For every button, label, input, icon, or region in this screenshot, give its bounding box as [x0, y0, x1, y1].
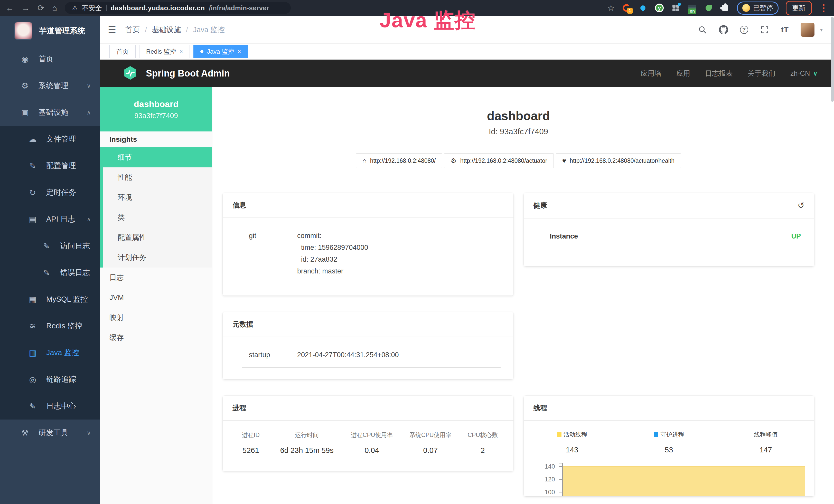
history-icon[interactable]: ↺ — [797, 201, 805, 210]
fullscreen-icon[interactable] — [760, 25, 769, 35]
database-icon: ▦ — [27, 295, 39, 304]
sidebar-item-file-manage[interactable]: ☁ 文件管理 — [0, 126, 100, 153]
extension-pin-icon[interactable] — [638, 3, 648, 13]
sba-item-metrics[interactable]: 性能 — [103, 167, 212, 187]
extension-grid-icon[interactable] — [671, 3, 680, 13]
sidebar-item-system[interactable]: ⚙ 系统管理 ∨ — [0, 72, 100, 99]
sidebar-item-java-monitor[interactable]: ▥ Java 监控 — [0, 339, 100, 366]
health-url-link[interactable]: ♥ http://192.168.0.2:48080/actuator/heal… — [556, 153, 681, 168]
card-title: 线程 — [524, 396, 814, 421]
breadcrumb-separator: / — [145, 26, 147, 34]
extension-colorzilla-icon[interactable]: 1 — [622, 3, 631, 13]
close-icon[interactable]: × — [179, 48, 183, 55]
forward-icon[interactable]: → — [22, 4, 30, 12]
active-dot-icon — [200, 50, 203, 53]
chevron-down-icon: ∨ — [87, 83, 91, 89]
sidebar-item-home[interactable]: ◉ 首页 — [0, 46, 100, 72]
sidebar-item-label: 基础设施 — [39, 107, 68, 118]
extension-puzzle-icon[interactable] — [721, 3, 730, 13]
sidebar-item-log-center[interactable]: ✎ 日志中心 — [0, 393, 100, 419]
bookmark-star-icon[interactable]: ☆ — [607, 4, 615, 12]
browser-menu-icon[interactable]: ⋮ — [819, 3, 828, 13]
back-icon[interactable]: ← — [6, 4, 14, 12]
sba-item-caches[interactable]: 缓存 — [100, 328, 212, 348]
brand-name: 芋道管理系统 — [39, 26, 85, 36]
tab-redis-monitor[interactable]: Redis 监控 × — [139, 45, 190, 58]
live-threads-area-series — [563, 466, 805, 496]
sidebar-item-config-manage[interactable]: ✎ 配置管理 — [0, 153, 100, 179]
sba-instance-header[interactable]: dashboard 93a3fc7f7409 — [100, 87, 212, 132]
sba-locale-select[interactable]: zh-CN ∨ — [790, 70, 817, 77]
sba-item-scheduled-tasks[interactable]: 计划任务 — [103, 248, 212, 268]
service-url-link[interactable]: ⌂ http://192.168.0.2:48080/ — [356, 153, 442, 168]
sba-nav-about[interactable]: 关于我们 — [748, 69, 775, 78]
sba-item-logs[interactable]: 日志 — [100, 268, 212, 288]
profile-paused-badge[interactable]: 已暂停 — [737, 2, 778, 15]
instance-links: ⌂ http://192.168.0.2:48080/ ⚙ http://192… — [223, 153, 814, 168]
sba-logo-icon[interactable] — [123, 66, 138, 82]
extension-counter-badge: 1 — [627, 8, 633, 14]
page-scrollbar[interactable] — [831, 16, 834, 504]
close-icon[interactable]: × — [238, 48, 241, 55]
search-icon[interactable] — [698, 25, 707, 35]
sba-item-config-props[interactable]: 配置属性 — [103, 228, 212, 248]
hamburger-icon[interactable]: ☰ — [108, 24, 116, 35]
health-status-badge: UP — [791, 230, 801, 242]
sba-item-mappings[interactable]: 映射 — [100, 307, 212, 328]
sidebar-item-tracing[interactable]: ◎ 链路追踪 — [0, 366, 100, 393]
sidebar-item-dev-tools[interactable]: ⚒ 研发工具 ∨ — [0, 419, 100, 446]
legend-yellow-swatch — [557, 432, 562, 437]
chevron-up-icon: ∧ — [87, 109, 91, 116]
user-avatar[interactable] — [800, 23, 814, 37]
info-line: time: 1596289704000 — [297, 242, 368, 253]
sba-item-classes[interactable]: 类 — [103, 207, 212, 228]
security-label[interactable]: 不安全 — [82, 4, 102, 13]
actuator-url-link[interactable]: ⚙ http://192.168.0.2:48080/actuator — [444, 153, 553, 168]
extension-y-icon[interactable]: y — [655, 3, 664, 13]
scrollbar-thumb[interactable] — [831, 17, 834, 102]
health-card: 健康 ↺ Instance UP — [524, 193, 814, 266]
tab-home[interactable]: 首页 — [109, 45, 136, 58]
update-button[interactable]: 更新 — [786, 1, 812, 16]
tab-java-monitor[interactable]: Java 监控 × — [193, 45, 248, 58]
sidebar-item-error-log[interactable]: ✎ 错误日志 — [0, 259, 100, 286]
sba-nav-journal[interactable]: 日志报表 — [705, 69, 733, 78]
health-instance-label: Instance — [550, 230, 578, 242]
sidebar-item-infra[interactable]: ▣ 基础设施 ∧ — [0, 99, 100, 126]
github-icon[interactable] — [719, 25, 728, 35]
sba-main: dashboard Id: 93a3fc7f7409 ⌂ http://192.… — [213, 87, 834, 504]
sidebar-item-api-log[interactable]: ▤ API 日志 ∧ — [0, 206, 100, 233]
sba-nav-applications[interactable]: 应用 — [676, 69, 690, 78]
sba-item-environment[interactable]: 环境 — [103, 187, 212, 207]
link-text: http://192.168.0.2:48080/actuator/health — [570, 157, 675, 164]
avatar-caret-icon[interactable]: ▾ — [820, 27, 823, 33]
process-value: 0.07 — [401, 446, 460, 455]
chevron-down-icon: ∨ — [813, 70, 817, 77]
edit-icon: ✎ — [41, 268, 52, 278]
breadcrumb-infra[interactable]: 基础设施 — [152, 25, 181, 35]
reload-icon[interactable]: ⟳ — [38, 4, 44, 12]
sba-nav-wallboard[interactable]: 应用墙 — [641, 69, 661, 78]
sba-item-details[interactable]: 细节 — [103, 147, 212, 167]
info-line: id: 27aa832 — [297, 253, 368, 265]
help-icon[interactable]: ? — [740, 26, 748, 34]
sidebar-item-access-log[interactable]: ✎ 访问日志 — [0, 233, 100, 259]
sidebar-item-mysql-monitor[interactable]: ▦ MySQL 监控 — [0, 286, 100, 313]
chevron-up-icon: ∧ — [87, 216, 91, 223]
breadcrumb-home[interactable]: 首页 — [125, 25, 140, 35]
sba-brand[interactable]: Spring Boot Admin — [146, 68, 230, 79]
metadata-key: startup — [233, 349, 297, 361]
sidebar-item-redis-monitor[interactable]: ≋ Redis 监控 — [0, 313, 100, 339]
extension-leaf-icon[interactable] — [704, 3, 713, 13]
sidebar-item-scheduled-jobs[interactable]: ↻ 定时任务 — [0, 179, 100, 206]
sidebar-item-label: 研发工具 — [39, 428, 68, 438]
sba-insights-group: 细节 性能 环境 类 配置属性 计划任务 — [100, 147, 212, 268]
font-size-icon[interactable]: tT — [781, 25, 789, 34]
app-brand[interactable]: 芋道管理系统 — [0, 16, 100, 46]
url-host[interactable]: dashboard.yudao.iocoder.cn — [111, 4, 205, 12]
home-icon[interactable]: ⌂ — [52, 4, 57, 12]
extension-switch-icon[interactable]: on — [687, 3, 697, 13]
info-card: 信息 git commit: time: 1596289704000 id: 2… — [223, 193, 513, 296]
address-bar[interactable]: ⚠ 不安全 dashboard.yudao.iocoder.cn/infra/a… — [65, 2, 291, 14]
sba-item-jvm[interactable]: JVM — [100, 288, 212, 307]
